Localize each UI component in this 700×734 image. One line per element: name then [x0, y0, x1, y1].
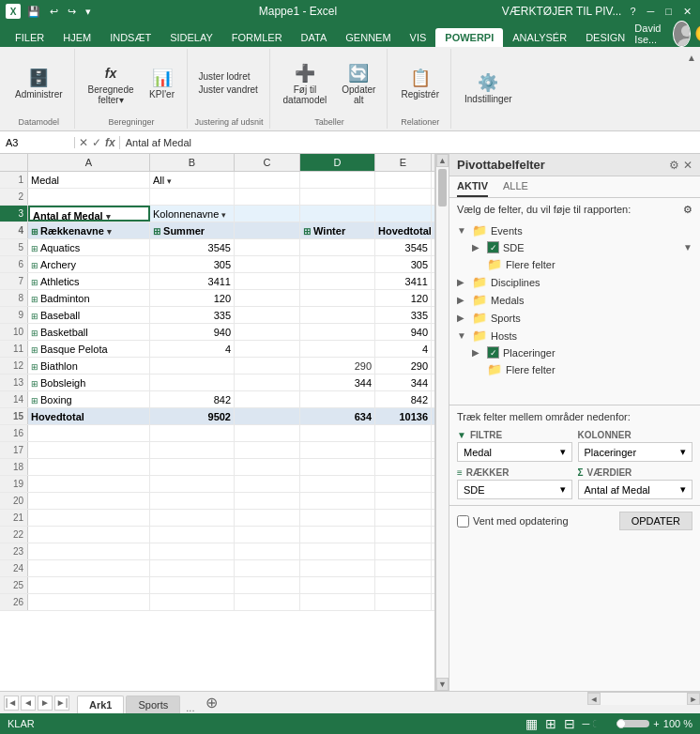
- h-scroll-right[interactable]: ►: [687, 693, 700, 705]
- scroll-down-btn[interactable]: ▼: [436, 678, 449, 691]
- cell-d9[interactable]: [300, 307, 375, 323]
- juster-vandret-btn[interactable]: Juster vandret: [195, 84, 262, 96]
- tree-item-hosts[interactable]: ▼ 📁 Hosts: [457, 327, 692, 344]
- cell-d15[interactable]: 634: [300, 408, 375, 424]
- col-header-c[interactable]: C: [235, 154, 300, 171]
- tree-item-events-more[interactable]: 📁 Flere felter: [472, 255, 692, 273]
- opdater-alt-btn[interactable]: 🔄 Opdater alt: [336, 58, 381, 109]
- cell-a1[interactable]: Medal: [28, 172, 150, 188]
- cell-a4[interactable]: ⊞Rækkenavne ▾: [28, 222, 150, 238]
- cell-a13[interactable]: ⊞Bobsleigh: [28, 375, 150, 390]
- cell-a11[interactable]: ⊞Basque Pelota: [28, 341, 150, 357]
- help-btn[interactable]: ?: [627, 6, 638, 17]
- juster-lodret-btn[interactable]: Juster lodret: [195, 70, 262, 83]
- placeringer-expand-icon[interactable]: ▶: [472, 347, 483, 358]
- administrer-btn[interactable]: 🗄️ Administrer: [9, 63, 68, 103]
- tree-item-hosts-more[interactable]: 📁 Flere felter: [472, 360, 692, 378]
- cell-d14[interactable]: [300, 391, 375, 407]
- tab-hjem[interactable]: HJEM: [53, 28, 100, 47]
- pivot-update-btn[interactable]: OPDATER: [619, 512, 692, 530]
- cell-f15[interactable]: [432, 408, 434, 424]
- zoom-out-btn[interactable]: ─: [583, 718, 590, 729]
- col-header-e[interactable]: E: [375, 154, 432, 171]
- pivot-close-btn[interactable]: ✕: [683, 159, 692, 172]
- beregnede-felter-btn[interactable]: fx Beregnede felter▾: [83, 58, 140, 109]
- tree-item-medals[interactable]: ▶ 📁 Medals: [457, 291, 692, 309]
- cell-f10[interactable]: [432, 324, 434, 340]
- tree-item-sports[interactable]: ▶ 📁 Sports: [457, 309, 692, 327]
- sheet-nav-first[interactable]: |◄: [4, 696, 19, 711]
- tab-analyser[interactable]: ANALYSÉR: [503, 28, 576, 47]
- cell-b7[interactable]: 3411: [150, 273, 235, 289]
- cell-b9[interactable]: 335: [150, 307, 235, 323]
- insert-function-icon[interactable]: fx: [105, 136, 115, 149]
- ribbon-collapse-btn[interactable]: ▲: [687, 53, 696, 63]
- scroll-up-btn[interactable]: ▲: [436, 154, 449, 167]
- undo-btn[interactable]: ↩: [47, 6, 61, 18]
- cell-e15[interactable]: 10136: [375, 408, 432, 424]
- pivot-gear-icon[interactable]: ⚙: [683, 204, 692, 216]
- view-normal-icon[interactable]: ▦: [525, 716, 538, 731]
- cell-d3[interactable]: [300, 206, 375, 222]
- cell-c6[interactable]: [235, 256, 300, 272]
- cell-c3[interactable]: [235, 206, 300, 222]
- tab-filer[interactable]: FILER: [6, 28, 53, 47]
- cell-b4[interactable]: ⊞ Summer: [150, 222, 235, 238]
- cell-e1[interactable]: [375, 172, 432, 188]
- cell-d8[interactable]: [300, 290, 375, 306]
- cell-c14[interactable]: [235, 391, 300, 407]
- cell-b14[interactable]: 842: [150, 391, 235, 407]
- tree-item-placeringer[interactable]: ▶ ✓ Placeringer: [472, 344, 692, 360]
- cell-b8[interactable]: 120: [150, 290, 235, 306]
- sde-expand-icon[interactable]: ▶: [472, 242, 483, 252]
- col-header-b[interactable]: B: [150, 154, 235, 171]
- cell-b2[interactable]: [150, 189, 235, 205]
- h-scroll-left[interactable]: ◄: [587, 693, 601, 705]
- cell-a3[interactable]: Antal af Medal ▾: [28, 206, 150, 222]
- cell-e4[interactable]: Hovedtotal: [375, 222, 432, 238]
- expand-icon[interactable]: ▶: [457, 295, 468, 305]
- expand-icon[interactable]: ▼: [457, 225, 468, 236]
- cell-b1[interactable]: All ▾: [150, 172, 235, 188]
- cell-b13[interactable]: [150, 375, 235, 390]
- view-pagebreak-icon[interactable]: ⊟: [564, 716, 575, 731]
- customize-btn[interactable]: ▾: [83, 6, 94, 18]
- cell-b15[interactable]: 9502: [150, 408, 235, 424]
- min-btn[interactable]: ─: [645, 6, 658, 17]
- col-header-d[interactable]: D: [300, 154, 375, 171]
- cell-d10[interactable]: [300, 324, 375, 340]
- cell-f5[interactable]: [432, 239, 434, 255]
- cell-e14[interactable]: 842: [375, 391, 432, 407]
- cell-f4[interactable]: [432, 222, 434, 238]
- pivot-tab-aktiv[interactable]: AKTIV: [457, 176, 488, 197]
- cell-f7[interactable]: [432, 273, 434, 289]
- cell-e10[interactable]: 940: [375, 324, 432, 340]
- expand-icon[interactable]: ▶: [457, 313, 468, 323]
- cell-a5[interactable]: ⊞Aquatics: [28, 239, 150, 255]
- pivot-settings-btn[interactable]: ⚙: [669, 159, 679, 172]
- cancel-formula-icon[interactable]: ✕: [79, 136, 88, 149]
- cell-c1[interactable]: [235, 172, 300, 188]
- sheet-nav-last[interactable]: ►|: [54, 696, 69, 711]
- confirm-formula-icon[interactable]: ✓: [92, 136, 101, 149]
- scroll-thumb[interactable]: [438, 169, 447, 206]
- foj-til-datamodel-btn[interactable]: ➕ Føj til datamodel: [278, 58, 333, 109]
- max-btn[interactable]: □: [662, 6, 675, 17]
- tree-item-events[interactable]: ▼ 📁 Events: [457, 222, 692, 239]
- cell-a2[interactable]: [28, 189, 150, 205]
- cell-f1[interactable]: [432, 172, 434, 188]
- registrer-btn[interactable]: 📋 Registrér: [395, 63, 445, 103]
- cell-f11[interactable]: [432, 341, 434, 357]
- filtre-select[interactable]: Medal ▾: [457, 442, 572, 462]
- cell-e11[interactable]: 4: [375, 341, 432, 357]
- pivot-tab-alle[interactable]: ALLE: [503, 176, 528, 197]
- sheet-nav-next[interactable]: ►: [38, 696, 53, 711]
- cell-f2[interactable]: [432, 189, 434, 205]
- sheet-tab-ark1[interactable]: Ark1: [77, 696, 124, 713]
- cell-e5[interactable]: 3545: [375, 239, 432, 255]
- kolonner-select[interactable]: Placeringer ▾: [578, 442, 693, 462]
- cell-a7[interactable]: ⊞Athletics: [28, 273, 150, 289]
- cell-c4[interactable]: [235, 222, 300, 238]
- tab-vis[interactable]: VIS: [401, 28, 436, 47]
- horizontal-scroll[interactable]: ◄ ►: [587, 692, 700, 705]
